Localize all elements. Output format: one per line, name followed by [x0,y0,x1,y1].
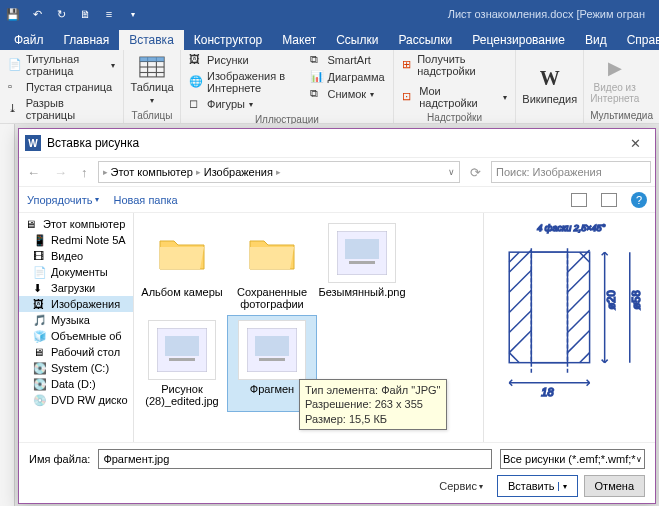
tab-references[interactable]: Ссылки [326,30,388,50]
save-icon[interactable]: 💾 [6,7,20,21]
sidebar-item[interactable]: 🧊Объемные об [19,328,133,344]
filetype-select[interactable]: Все рисунки (*.emf;*.wmf;*.jp∨ [500,449,645,469]
media-group-label: Мультимедиа [590,108,653,121]
word-app-icon: W [25,135,41,151]
file-item[interactable]: Рисунок (28)_edited.jpg [138,316,226,411]
sidebar-item[interactable]: 🖥Рабочий стол [19,344,133,360]
file-item[interactable]: Безымянный.png [318,219,406,314]
chart-icon: 📊 [310,70,324,84]
nav-up-button[interactable]: ↑ [77,162,92,183]
customize-qat-icon[interactable]: ≡ [102,7,116,21]
tools-button[interactable]: Сервис ▾ [431,480,491,492]
cover-page-icon: 📄 [8,58,22,72]
tab-review[interactable]: Рецензирование [462,30,575,50]
blank-page-icon: ▫ [8,80,22,94]
view-mode-button[interactable] [571,193,587,207]
cancel-button[interactable]: Отмена [584,475,645,497]
organize-button[interactable]: Упорядочить ▾ [27,194,99,206]
nav-back-button[interactable]: ← [23,162,44,183]
video-icon: ▶ [608,57,622,79]
table-button[interactable]: Таблица▾ [130,52,174,108]
svg-rect-14 [255,336,289,356]
images-icon: 🖼 [33,298,47,310]
print-preview-icon[interactable]: 🗎 [78,7,92,21]
sidebar-item[interactable]: 🖥Этот компьютер [19,216,133,232]
nav-sidebar: 🖥Этот компьютер📱Redmi Note 5A🎞Видео📄Доку… [19,213,134,442]
tab-file[interactable]: Файл [4,30,54,50]
tab-layout[interactable]: Макет [272,30,326,50]
nav-forward-button[interactable]: → [50,162,71,183]
sidebar-item[interactable]: 📄Документы [19,264,133,280]
online-video-button[interactable]: ▶ Видео из Интернета [590,52,639,108]
insert-picture-dialog: W Вставка рисунка ✕ ← → ↑ ▸ Этот компьют… [18,128,656,504]
new-folder-button[interactable]: Новая папка [113,194,177,206]
shapes-button[interactable]: ◻Фигуры ▾ [187,96,304,112]
sidebar-item[interactable]: 💽Data (D:) [19,376,133,392]
help-icon[interactable]: ? [631,192,647,208]
phone-icon: 📱 [33,234,47,246]
page-break-icon: ⤓ [8,102,22,116]
breadcrumb[interactable]: ▸ Этот компьютер ▸ Изображения ▸ ∨ [98,161,461,183]
undo-icon[interactable]: ↶ [30,7,44,21]
sidebar-item[interactable]: 💿DVD RW диско [19,392,133,408]
tab-mailings[interactable]: Рассылки [388,30,462,50]
sidebar-item[interactable]: 💽System (C:) [19,360,133,376]
smartart-button[interactable]: ⧉SmartArt [308,52,387,68]
filename-input[interactable] [98,449,492,469]
sidebar-item[interactable]: 🖼Изображения [19,296,133,312]
close-button[interactable]: ✕ [621,136,649,151]
sidebar-item[interactable]: 🎵Музыка [19,312,133,328]
pictures-button[interactable]: 🖼Рисунки [187,52,304,68]
insert-button[interactable]: Вставить▾ [497,475,578,497]
svg-rect-6 [140,57,164,61]
document-title: Лист ознакомления.docx [Режим огран [140,8,653,20]
qat-dropdown-icon[interactable]: ▾ [126,7,140,21]
file-tooltip: Тип элемента: Файл "JPG" Разрешение: 263… [299,379,447,430]
blank-page-button[interactable]: ▫Пустая страница [6,79,117,95]
svg-text:18: 18 [541,386,554,398]
preview-pane-button[interactable] [601,193,617,207]
svg-text:4 фаски 2,5×45°: 4 фаски 2,5×45° [537,223,605,233]
folder-icon [238,223,306,283]
filename-label: Имя файла: [29,453,90,465]
search-input[interactable]: Поиск: Изображения [491,161,651,183]
tab-view[interactable]: Вид [575,30,617,50]
sidebar-item[interactable]: 🎞Видео [19,248,133,264]
file-name: Рисунок (28)_edited.jpg [140,383,224,407]
screenshot-icon: ⧉ [310,87,324,101]
downloads-icon: ⬇ [33,282,47,294]
sidebar-item[interactable]: 📱Redmi Note 5A [19,232,133,248]
tab-insert[interactable]: Вставка [119,30,184,50]
store-icon: ⊞ [402,58,413,72]
page-break-button[interactable]: ⤓Разрыв страницы [6,96,117,122]
cover-page-button[interactable]: 📄Титульная страница ▾ [6,52,117,78]
pc-icon: 🖥 [25,218,39,230]
tab-help[interactable]: Справка [617,30,659,50]
drive-icon: 💽 [33,378,47,390]
tab-designer[interactable]: Конструктор [184,30,272,50]
preview-pane: 4 фаски 2,5×45° ø20 ø58 18 [483,213,655,442]
nav-refresh-button[interactable]: ⟳ [466,162,485,183]
get-addins-button[interactable]: ⊞Получить надстройки [400,52,510,78]
wikipedia-button[interactable]: W Википедия [522,52,577,119]
screenshot-button[interactable]: ⧉Снимок ▾ [308,86,387,102]
docs-icon: 📄 [33,266,47,278]
file-name: Фрагмен [250,383,294,395]
svg-rect-8 [345,239,379,259]
svg-rect-15 [259,358,285,361]
redo-icon[interactable]: ↻ [54,7,68,21]
pictures-icon: 🖼 [189,53,203,67]
online-pictures-icon: 🌐 [189,75,203,89]
crumb-pc[interactable]: Этот компьютер [111,166,193,178]
file-item[interactable]: Альбом камеры [138,219,226,314]
chart-button[interactable]: 📊Диаграмма [308,69,387,85]
sidebar-item[interactable]: ⬇Загрузки [19,280,133,296]
svg-rect-18 [531,252,567,363]
my-addins-button[interactable]: ⊡Мои надстройки ▾ [400,84,510,110]
crumb-images[interactable]: Изображения [204,166,273,178]
smartart-icon: ⧉ [310,53,324,67]
online-pictures-button[interactable]: 🌐Изображения в Интернете [187,69,304,95]
file-item[interactable]: Сохраненные фотографии [228,219,316,314]
file-name: Сохраненные фотографии [230,286,314,310]
tab-home[interactable]: Главная [54,30,120,50]
